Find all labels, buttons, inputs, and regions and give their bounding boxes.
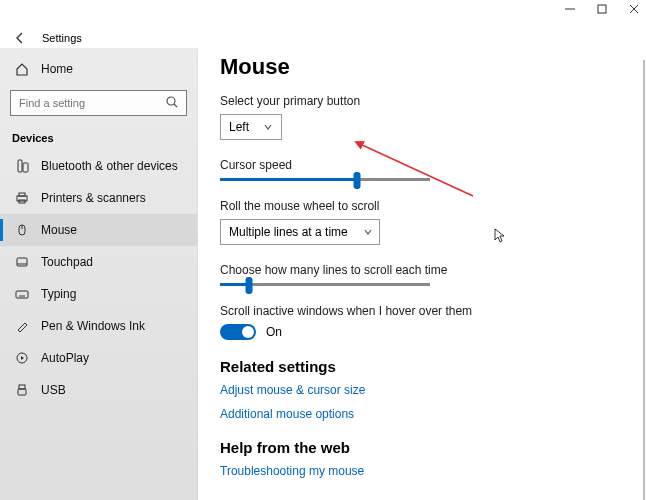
sidebar-item-label: Touchpad xyxy=(41,255,93,269)
svg-rect-18 xyxy=(19,385,25,389)
cursor-speed-label: Cursor speed xyxy=(220,158,646,172)
svg-rect-7 xyxy=(23,163,28,172)
sidebar-item-label: Bluetooth & other devices xyxy=(41,159,178,173)
sidebar: Home Devices Bluetooth & other devices P… xyxy=(0,48,198,500)
sidebar-item-label: USB xyxy=(41,383,66,397)
link-troubleshoot[interactable]: Troubleshooting my mouse xyxy=(220,464,646,478)
touchpad-icon xyxy=(14,255,29,270)
sidebar-item-label: Mouse xyxy=(41,223,77,237)
main-content: Mouse Select your primary button Left Cu… xyxy=(198,48,646,500)
cursor-speed-section: Cursor speed xyxy=(220,158,646,181)
cursor-speed-slider[interactable] xyxy=(220,178,430,181)
lines-scroll-label: Choose how many lines to scroll each tim… xyxy=(220,263,646,277)
inactive-windows-state: On xyxy=(266,325,282,339)
home-icon xyxy=(14,62,29,77)
sidebar-group: Devices xyxy=(0,126,197,150)
header: Settings xyxy=(0,28,646,48)
sidebar-item-usb[interactable]: USB xyxy=(0,374,197,406)
sidebar-item-mouse[interactable]: Mouse xyxy=(0,214,197,246)
slider-thumb[interactable] xyxy=(246,277,253,294)
primary-button-select[interactable]: Left xyxy=(220,114,282,140)
search-wrap xyxy=(10,90,187,116)
sidebar-item-label: AutoPlay xyxy=(41,351,89,365)
inactive-windows-label: Scroll inactive windows when I hover ove… xyxy=(220,304,646,318)
page-title: Mouse xyxy=(220,54,646,80)
sidebar-item-label: Pen & Windows Ink xyxy=(41,319,145,333)
back-button[interactable] xyxy=(6,28,34,48)
roll-wheel-select[interactable]: Multiple lines at a time xyxy=(220,219,380,245)
sidebar-home[interactable]: Home xyxy=(0,54,197,84)
search-input[interactable] xyxy=(10,90,187,116)
sidebar-item-pen[interactable]: Pen & Windows Ink xyxy=(0,310,197,342)
maximize-button[interactable] xyxy=(596,3,608,15)
svg-point-4 xyxy=(167,97,175,105)
svg-rect-6 xyxy=(18,160,22,172)
sidebar-item-label: Printers & scanners xyxy=(41,191,146,205)
primary-button-section: Select your primary button Left xyxy=(220,94,646,140)
sidebar-item-bluetooth[interactable]: Bluetooth & other devices xyxy=(0,150,197,182)
usb-icon xyxy=(14,383,29,398)
primary-button-label: Select your primary button xyxy=(220,94,646,108)
titlebar xyxy=(0,0,646,28)
roll-wheel-value: Multiple lines at a time xyxy=(229,225,348,239)
inactive-windows-section: Scroll inactive windows when I hover ove… xyxy=(220,304,646,340)
autoplay-icon xyxy=(14,351,29,366)
minimize-button[interactable] xyxy=(564,3,576,15)
slider-thumb[interactable] xyxy=(353,172,360,189)
devices-icon xyxy=(14,159,29,174)
link-adjust-cursor[interactable]: Adjust mouse & cursor size xyxy=(220,383,646,397)
svg-rect-13 xyxy=(17,258,27,266)
inactive-windows-toggle[interactable] xyxy=(220,324,256,340)
scrollbar[interactable] xyxy=(643,60,645,500)
sidebar-home-label: Home xyxy=(41,62,73,76)
sidebar-item-label: Typing xyxy=(41,287,76,301)
keyboard-icon xyxy=(14,287,29,302)
primary-button-value: Left xyxy=(229,120,249,134)
app-title: Settings xyxy=(42,32,82,44)
related-heading: Related settings xyxy=(220,358,646,375)
chevron-down-icon xyxy=(263,122,273,132)
printer-icon xyxy=(14,191,29,206)
lines-scroll-section: Choose how many lines to scroll each tim… xyxy=(220,263,646,286)
link-additional-options[interactable]: Additional mouse options xyxy=(220,407,646,421)
svg-rect-15 xyxy=(16,291,28,298)
svg-line-5 xyxy=(174,104,177,107)
sidebar-item-touchpad[interactable]: Touchpad xyxy=(0,246,197,278)
chevron-down-icon xyxy=(363,227,373,237)
roll-wheel-section: Roll the mouse wheel to scroll Multiple … xyxy=(220,199,646,245)
svg-rect-1 xyxy=(598,5,606,13)
svg-rect-19 xyxy=(18,389,26,395)
sidebar-item-printers[interactable]: Printers & scanners xyxy=(0,182,197,214)
cursor-icon xyxy=(494,228,506,244)
pen-icon xyxy=(14,319,29,334)
sidebar-item-typing[interactable]: Typing xyxy=(0,278,197,310)
lines-scroll-slider[interactable] xyxy=(220,283,430,286)
svg-rect-9 xyxy=(19,193,25,196)
help-heading: Help from the web xyxy=(220,439,646,456)
sidebar-item-autoplay[interactable]: AutoPlay xyxy=(0,342,197,374)
close-button[interactable] xyxy=(628,3,640,15)
mouse-icon xyxy=(14,223,29,238)
roll-wheel-label: Roll the mouse wheel to scroll xyxy=(220,199,646,213)
search-icon xyxy=(165,95,179,109)
